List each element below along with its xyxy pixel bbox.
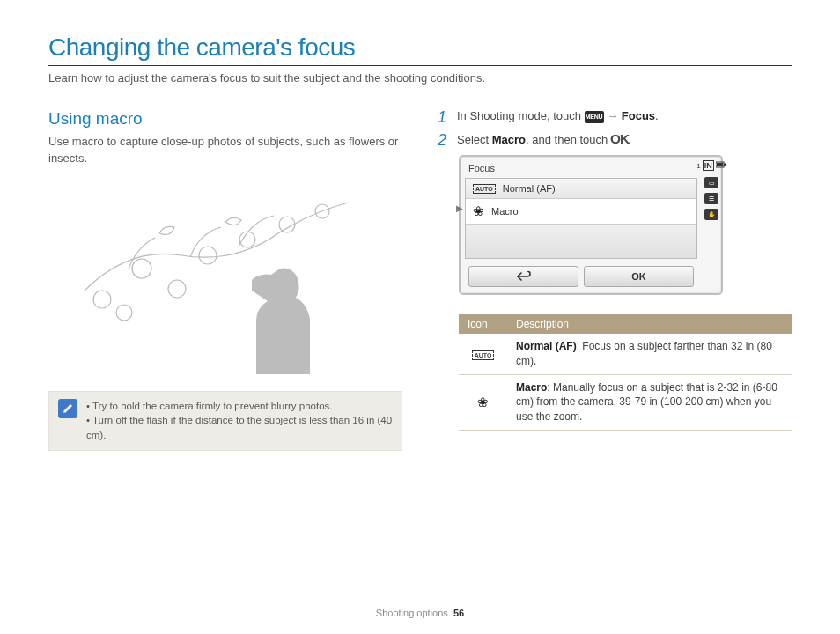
screen-title: Focus [465,161,697,178]
step-text: , and then touch [526,133,611,146]
step-text: Select [457,133,492,146]
section-intro: Use macro to capture close-up photos of … [48,134,402,167]
icon-description-table: Icon Description AUTO Normal (AF): Focus… [459,314,792,431]
auto-icon: AUTO [473,184,496,194]
svg-point-2 [116,305,132,321]
note-icon [58,399,77,418]
table-header-desc: Description [507,314,792,334]
macro-icon: ❀ [477,394,489,409]
selection-arrow-icon: ▶ [456,203,463,213]
svg-rect-10 [717,163,723,166]
step-number: 2 [438,132,450,148]
desc-bold: Normal (AF) [516,340,577,352]
side-indicator-icon: ☰ [704,193,718,204]
screen-sidebar: 1 IN ▭ ☰ ✋ [702,157,721,293]
side-indicator-icon: ✋ [704,209,718,220]
svg-point-5 [239,232,255,247]
note-box: Try to hold the camera firmly to prevent… [48,391,402,451]
svg-point-4 [199,247,217,264]
step-arrow: → [607,109,622,122]
step-post: . [655,109,659,122]
svg-point-0 [93,291,111,308]
auto-icon: AUTO [472,350,495,360]
macro-icon: ❀ [473,203,484,219]
table-header-icon: Icon [459,314,507,334]
page-intro: Learn how to adjust the camera's focus t… [48,71,792,85]
option-normal[interactable]: AUTO Normal (AF) [466,179,696,199]
footer-section: Shooting options [376,608,448,618]
table-row: AUTO Normal (AF): Focus on a subject far… [459,334,792,374]
step-number: 1 [438,109,450,125]
desc-text: : Manually focus on a subject that is 2-… [516,381,777,424]
step-target: Macro [492,133,526,146]
option-label: Macro [491,206,519,217]
page-title: Changing the camera's focus [48,33,792,66]
step-2: 2 Select Macro, and then touch OK. [438,132,792,148]
ok-icon: OK [610,132,629,146]
menu-icon: MENU [585,111,604,123]
option-blank [466,225,696,258]
side-count: 1 [696,162,700,170]
section-title: Using macro [48,109,402,129]
option-label: Normal (AF) [503,183,556,194]
right-column: 1 In Shooting mode, touch MENU → Focus. … [438,109,792,451]
side-indicator-icon: ▭ [704,177,718,188]
svg-point-3 [168,280,186,298]
back-button[interactable] [468,266,578,287]
battery-icon [716,161,726,170]
desc-bold: Macro [516,381,547,394]
note-item: Try to hold the camera firmly to prevent… [86,399,393,414]
svg-point-1 [132,259,151,278]
note-item: Turn off the flash if the distance to th… [86,413,393,442]
step-1: 1 In Shooting mode, touch MENU → Focus. [438,109,792,125]
option-macro[interactable]: ▶ ❀ Macro [466,199,696,225]
ok-button[interactable]: OK [584,266,694,287]
camera-screen: Focus AUTO Normal (AF) ▶ ❀ Macro [459,155,723,295]
page-footer: Shooting options 56 [0,608,840,618]
step-text: In Shooting mode, touch [457,109,585,122]
left-column: Using macro Use macro to capture close-u… [48,109,402,451]
footer-page-number: 56 [453,608,464,618]
table-row: ❀ Macro: Manually focus on a subject tha… [459,374,792,430]
step-target: Focus [622,109,655,122]
macro-illustration [76,185,375,379]
svg-rect-9 [724,164,726,166]
memory-icon: IN [703,160,714,171]
